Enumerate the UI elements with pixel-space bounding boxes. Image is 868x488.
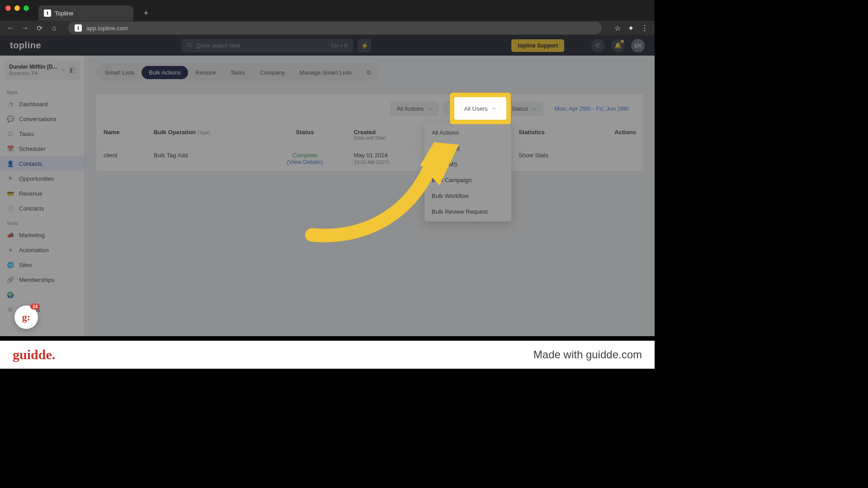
mac-window-lights (5, 5, 29, 11)
tab-smart-lists[interactable]: Smart Lists (98, 66, 142, 79)
search-icon (187, 42, 193, 49)
tab-manage-smart-lists[interactable]: Manage Smart Lists (292, 66, 359, 79)
filter-label: All Actions (396, 105, 424, 112)
th-name: Name (96, 123, 146, 146)
globe-icon: 🌐 (6, 262, 14, 268)
bookmark-icon[interactable]: ☆ (614, 24, 621, 33)
sidebar-item-marketing[interactable]: 📣Marketing (0, 228, 85, 243)
notification-dot-icon (621, 40, 624, 43)
bell-icon: 🔔 (614, 42, 622, 49)
calendar-icon: 📅 (6, 145, 14, 152)
sidebar-item-tasks[interactable]: ☑Tasks (0, 127, 85, 141)
sidebar-label: Tasks (19, 131, 34, 137)
mac-minimize-icon[interactable] (14, 5, 20, 11)
automation-icon: ✷ (6, 247, 14, 253)
sidebar-item-revenue[interactable]: 💳Revenue (0, 186, 85, 201)
main-content: Smart Lists Bulk Actions Restore Tasks C… (85, 56, 655, 336)
bolt-button[interactable]: ⚡ (358, 39, 371, 52)
gear-icon: ⚙ (366, 69, 372, 76)
home-icon[interactable]: ⌂ (50, 24, 58, 32)
sidebar-item-contacts[interactable]: 👤Contacts (0, 156, 85, 171)
cell-stats[interactable]: Show Stats (511, 146, 584, 171)
new-tab-button[interactable]: + (140, 7, 152, 19)
dropdown-item[interactable]: Bulk SMS (425, 156, 511, 172)
sidebar-item-automation[interactable]: ✷Automation (0, 243, 85, 258)
sidebar-item-settings[interactable]: ⚙Settings (0, 302, 85, 317)
highlight-inner[interactable]: All Users (454, 97, 506, 120)
guidde-badge: 14 (30, 304, 40, 310)
sidebar-item-sites[interactable]: 🌐Sites (0, 258, 85, 272)
table-row: client Bulk Tag Add Complete (View Detai… (96, 146, 643, 171)
sidebar-item-dashboard[interactable]: ◔Dashboard (0, 97, 85, 112)
brand-logo[interactable]: topline (10, 40, 41, 51)
browser-chrome: t Topline + ← → ⟳ ⌂ t app.topline.com ☆ … (0, 0, 655, 35)
notifications-button[interactable]: 🔔 (611, 39, 625, 52)
money-icon: 💳 (6, 190, 14, 197)
sidebar-label: Memberships (19, 277, 54, 283)
url-bar[interactable]: t app.topline.com (68, 22, 602, 34)
sidebar-item-contracts[interactable]: 📄Contracts (0, 201, 85, 216)
sidebar-item-scheduler[interactable]: 📅Scheduler (0, 141, 85, 156)
location-sub: Scranton, PA (9, 70, 38, 76)
guidde-logo: guidde. (13, 347, 55, 362)
global-search[interactable]: Quick search here Ctrl + K (181, 39, 353, 52)
earth-icon: 🌍 (6, 291, 14, 298)
sidebar-section-apps: Apps (0, 85, 85, 97)
dashboard-icon: ◔ (6, 101, 14, 108)
browser-tab-topline[interactable]: t Topline (38, 5, 133, 21)
svg-point-0 (188, 43, 191, 47)
dropdown-item[interactable]: Bulk Review Request (425, 204, 511, 220)
mac-fullscreen-icon[interactable] (24, 5, 29, 11)
dropdown-item[interactable]: Bulk Email (425, 141, 511, 156)
svg-line-1 (191, 46, 192, 47)
extensions-icon[interactable]: ✦ (628, 24, 634, 33)
tab-favicon-icon: t (44, 9, 51, 17)
app-body: Dunder Mifflin [D... Scranton, PA ◧ Apps… (0, 56, 655, 336)
tabs-settings-button[interactable]: ⚙ (362, 66, 376, 79)
footer-made-with: Made with guidde.com (533, 348, 642, 361)
dropdown-item[interactable]: Bulk Campaign (425, 172, 511, 188)
panel-collapse-icon[interactable]: ◧ (69, 66, 75, 74)
url-text: app.topline.com (86, 25, 128, 32)
dropdown-item[interactable]: Bulk Workflow (425, 188, 511, 204)
tab-company[interactable]: Company (253, 66, 292, 79)
filter-all-actions[interactable]: All Actions (390, 101, 439, 116)
th-actions: Actions (584, 123, 643, 146)
annotation-highlight: All Users (450, 93, 511, 124)
all-actions-dropdown: All Actions Bulk Email Bulk SMS Bulk Cam… (425, 123, 511, 221)
support-button[interactable]: topline Support (511, 39, 564, 52)
bulk-actions-table: Name Bulk Operation (Type) Status Create… (96, 123, 643, 171)
phone-icon: ✆ (595, 42, 600, 49)
view-details-link[interactable]: (View Details) (287, 159, 323, 165)
back-icon[interactable]: ← (6, 24, 14, 32)
sidebar-item-opportunities[interactable]: ⚑Opportunities (0, 171, 85, 186)
dropdown-item[interactable]: All Actions (425, 125, 511, 141)
th-created: Created(Date and Time) (346, 123, 429, 146)
tasks-icon: ☑ (6, 131, 14, 137)
phone-button[interactable]: ✆ (591, 39, 605, 52)
user-avatar[interactable]: ER (631, 39, 645, 52)
sidebar-label: Conversations (19, 116, 57, 122)
forward-icon[interactable]: → (21, 24, 29, 32)
site-favicon-icon: t (75, 24, 82, 32)
tab-strip: t Topline + (38, 5, 152, 21)
tab-restore[interactable]: Restore (188, 66, 223, 79)
sidebar: Dunder Mifflin [D... Scranton, PA ◧ Apps… (0, 56, 85, 336)
app-topbar: topline Quick search here Ctrl + K ⚡ top… (0, 35, 655, 56)
guidde-recorder-bubble[interactable]: g: 14 (14, 305, 38, 329)
cell-status: Complete (View Details) (263, 146, 346, 171)
location-switcher[interactable]: Dunder Mifflin [D... Scranton, PA ◧ (5, 60, 80, 80)
sidebar-item-memberships[interactable]: 🔗Memberships (0, 272, 85, 287)
tab-tasks[interactable]: Tasks (223, 66, 252, 79)
sidebar-item-unknown[interactable]: 🌍 (0, 287, 85, 302)
cog-icon: ⚙ (6, 306, 14, 313)
reload-icon[interactable]: ⟳ (36, 24, 44, 33)
filter-date-range[interactable]: Mon, Apr 29th - Fri, Jun 28th (548, 101, 635, 116)
bulk-actions-card: All Actions All Users Any Status Mon, Ap… (96, 94, 644, 172)
mac-close-icon[interactable] (5, 5, 11, 11)
browser-menu-icon[interactable]: ⋮ (641, 24, 648, 33)
sidebar-label: Dashboard (19, 101, 48, 108)
tab-bulk-actions[interactable]: Bulk Actions (142, 66, 188, 79)
sidebar-item-conversations[interactable]: 💬Conversations (0, 112, 85, 127)
th-operation: Bulk Operation (Type) (146, 123, 263, 146)
